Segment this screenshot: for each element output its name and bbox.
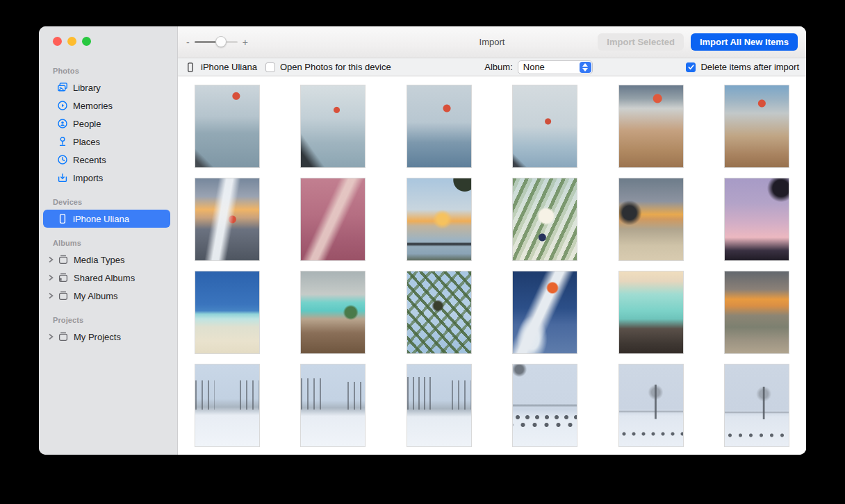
photo-thumbnail[interactable] (618, 364, 684, 447)
minimize-window-button[interactable] (67, 37, 76, 46)
toolbar: - + Import Import Selected Import All Ne… (178, 26, 806, 58)
sidebar-item-people[interactable]: People (43, 115, 170, 133)
sidebar-item-recents[interactable]: Recents (43, 151, 170, 169)
shared-album-icon (58, 272, 69, 283)
imports-tray-icon (57, 172, 68, 183)
select-stepper-icon[interactable] (580, 62, 591, 73)
photo-thumbnail[interactable] (407, 364, 472, 447)
photo-thumbnail[interactable] (512, 85, 577, 168)
zoom-out-icon[interactable]: - (186, 37, 190, 47)
sidebar-item-label: iPhone Uliana (73, 214, 129, 224)
people-icon (57, 118, 68, 129)
zoom-slider-knob[interactable] (215, 36, 227, 47)
photo-thumbnail[interactable] (300, 178, 366, 261)
photo-thumbnail[interactable] (618, 271, 684, 354)
toolbar-title: Import (479, 37, 505, 47)
chevron-right-icon[interactable] (47, 292, 55, 300)
album-icon (58, 290, 69, 301)
chevron-right-icon[interactable] (47, 274, 55, 282)
sidebar-item-my-albums[interactable]: My Albums (43, 287, 170, 305)
photo-thumbnail[interactable] (512, 364, 577, 447)
photo-thumbnail[interactable] (618, 178, 684, 261)
window-controls (39, 37, 177, 46)
section-title-albums: Albums (39, 239, 177, 251)
sidebar-item-label: Library (73, 83, 101, 93)
sidebar-item-label: Shared Albums (74, 273, 135, 283)
main-content: - + Import Import Selected Import All Ne… (178, 26, 806, 455)
thumbnail-zoom-slider: - + (186, 37, 248, 47)
import-selected-button[interactable]: Import Selected (598, 33, 684, 51)
sidebar-item-memories[interactable]: Memories (43, 96, 170, 115)
photo-thumbnail[interactable] (407, 85, 472, 168)
album-icon (58, 254, 69, 265)
sidebar-item-media-types[interactable]: Media Types (43, 251, 170, 269)
photo-thumbnail[interactable] (512, 271, 577, 354)
import-all-new-items-button[interactable]: Import All New Items (691, 33, 798, 51)
album-select-value: None (518, 62, 580, 72)
album-select[interactable]: None (518, 60, 593, 74)
photos-app-window: Photos Library Memories (39, 26, 806, 455)
open-photos-option[interactable]: Open Photos for this device (265, 62, 391, 72)
sidebar-item-label: Memories (73, 101, 113, 111)
sidebar-item-label: Places (73, 137, 100, 147)
checkmark-icon (687, 63, 695, 71)
sidebar-item-iphone-uliana[interactable]: iPhone Uliana (43, 210, 170, 228)
delete-items-label: Delete items after import (700, 62, 799, 72)
photo-thumbnail[interactable] (724, 364, 789, 447)
photo-library-icon (57, 82, 68, 93)
photo-thumbnail[interactable] (195, 364, 260, 447)
device-bar: iPhone Uliana Open Photos for this devic… (178, 58, 806, 76)
photo-thumbnail[interactable] (618, 85, 684, 168)
zoom-window-button[interactable] (82, 37, 91, 46)
photo-thumbnail[interactable] (195, 271, 260, 354)
photo-thumbnail[interactable] (300, 85, 366, 168)
sidebar-item-label: Recents (73, 155, 106, 165)
sidebar-item-label: My Projects (74, 332, 121, 342)
iphone-icon (185, 62, 196, 73)
sidebar-item-label: People (73, 119, 101, 129)
recents-clock-icon (57, 154, 68, 165)
photo-thumbnail[interactable] (407, 271, 472, 354)
iphone-icon (57, 213, 68, 224)
sidebar-item-places[interactable]: Places (43, 133, 170, 151)
album-picker: Album: None (484, 60, 592, 74)
delete-after-import-option[interactable]: Delete items after import (686, 62, 799, 72)
close-window-button[interactable] (53, 37, 62, 46)
zoom-in-icon[interactable]: + (243, 37, 248, 47)
photo-thumbnail[interactable] (724, 85, 789, 168)
sidebar-item-label: My Albums (74, 291, 118, 301)
photo-grid (178, 76, 806, 455)
open-photos-label: Open Photos for this device (280, 62, 391, 72)
section-title-photos: Photos (39, 67, 177, 78)
sidebar-item-imports[interactable]: Imports (43, 169, 170, 187)
sidebar-section-albums: Albums Media Types Shared Albums (39, 239, 177, 305)
chevron-right-icon[interactable] (47, 333, 55, 341)
photo-thumbnail[interactable] (195, 85, 260, 168)
sidebar-section-photos: Photos Library Memories (39, 67, 177, 187)
album-icon (58, 331, 69, 342)
sidebar-item-library[interactable]: Library (43, 78, 170, 96)
sidebar-item-label: Imports (73, 173, 103, 183)
sidebar-section-devices: Devices iPhone Uliana (39, 198, 177, 228)
zoom-slider-track[interactable] (195, 41, 238, 43)
device-info: iPhone Uliana (185, 62, 257, 73)
chevron-right-icon[interactable] (47, 255, 55, 264)
sidebar-item-shared-albums[interactable]: Shared Albums (43, 269, 170, 287)
device-name: iPhone Uliana (201, 62, 257, 72)
album-label: Album: (484, 62, 512, 72)
photo-thumbnail[interactable] (512, 178, 577, 261)
photo-thumbnail[interactable] (300, 364, 366, 447)
places-pin-icon (57, 136, 68, 147)
photo-thumbnail[interactable] (300, 271, 366, 354)
delete-items-checkbox[interactable] (686, 62, 696, 72)
photo-thumbnail[interactable] (195, 178, 260, 261)
sidebar-item-my-projects[interactable]: My Projects (43, 328, 170, 346)
section-title-projects: Projects (39, 316, 177, 328)
memories-icon (57, 100, 68, 111)
open-photos-checkbox[interactable] (265, 62, 275, 72)
photo-thumbnail[interactable] (724, 271, 789, 354)
sidebar-item-label: Media Types (74, 255, 124, 265)
photo-thumbnail[interactable] (407, 178, 472, 261)
photo-thumbnail[interactable] (724, 178, 789, 261)
section-title-devices: Devices (39, 198, 177, 210)
